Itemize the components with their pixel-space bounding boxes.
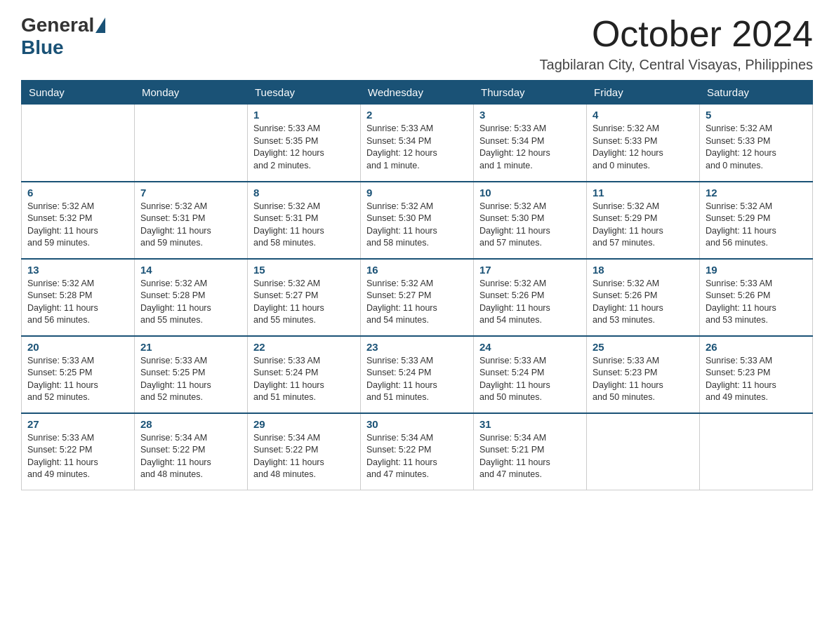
day-number: 19 xyxy=(706,264,807,276)
day-info: Sunrise: 5:32 AMSunset: 5:33 PMDaylight:… xyxy=(593,123,694,172)
calendar-cell: 13Sunrise: 5:32 AMSunset: 5:28 PMDayligh… xyxy=(22,259,135,336)
calendar-cell: 5Sunrise: 5:32 AMSunset: 5:33 PMDaylight… xyxy=(700,105,813,182)
calendar-cell: 12Sunrise: 5:32 AMSunset: 5:29 PMDayligh… xyxy=(700,182,813,259)
day-info: Sunrise: 5:32 AMSunset: 5:30 PMDaylight:… xyxy=(366,201,468,250)
day-info: Sunrise: 5:33 AMSunset: 5:34 PMDaylight:… xyxy=(366,123,468,172)
calendar-cell: 10Sunrise: 5:32 AMSunset: 5:30 PMDayligh… xyxy=(474,182,587,259)
day-info: Sunrise: 5:33 AMSunset: 5:25 PMDaylight:… xyxy=(140,355,241,404)
day-info: Sunrise: 5:33 AMSunset: 5:25 PMDaylight:… xyxy=(27,355,128,404)
day-info: Sunrise: 5:32 AMSunset: 5:27 PMDaylight:… xyxy=(253,278,355,327)
calendar-cell: 6Sunrise: 5:32 AMSunset: 5:32 PMDaylight… xyxy=(22,182,135,259)
day-info: Sunrise: 5:33 AMSunset: 5:23 PMDaylight:… xyxy=(706,355,807,404)
day-info: Sunrise: 5:34 AMSunset: 5:21 PMDaylight:… xyxy=(479,432,581,481)
day-info: Sunrise: 5:33 AMSunset: 5:35 PMDaylight:… xyxy=(253,123,355,172)
calendar-cell: 9Sunrise: 5:32 AMSunset: 5:30 PMDaylight… xyxy=(361,182,474,259)
header-wednesday: Wednesday xyxy=(361,81,474,105)
day-info: Sunrise: 5:32 AMSunset: 5:30 PMDaylight:… xyxy=(479,201,581,250)
day-info: Sunrise: 5:32 AMSunset: 5:28 PMDaylight:… xyxy=(27,278,128,327)
header: General Blue October 2024 Tagbilaran Cit… xyxy=(21,14,813,73)
day-info: Sunrise: 5:32 AMSunset: 5:29 PMDaylight:… xyxy=(706,201,807,250)
day-number: 31 xyxy=(479,418,581,430)
calendar-cell: 3Sunrise: 5:33 AMSunset: 5:34 PMDaylight… xyxy=(474,105,587,182)
day-number: 12 xyxy=(706,187,807,199)
day-number: 21 xyxy=(140,341,241,353)
calendar-cell: 27Sunrise: 5:33 AMSunset: 5:22 PMDayligh… xyxy=(22,413,135,490)
calendar-cell: 1Sunrise: 5:33 AMSunset: 5:35 PMDaylight… xyxy=(248,105,361,182)
calendar-cell: 18Sunrise: 5:32 AMSunset: 5:26 PMDayligh… xyxy=(587,259,700,336)
day-info: Sunrise: 5:32 AMSunset: 5:33 PMDaylight:… xyxy=(706,123,807,172)
day-number: 27 xyxy=(27,418,128,430)
calendar-cell: 14Sunrise: 5:32 AMSunset: 5:28 PMDayligh… xyxy=(135,259,248,336)
calendar-cell: 2Sunrise: 5:33 AMSunset: 5:34 PMDaylight… xyxy=(361,105,474,182)
day-number: 23 xyxy=(366,341,468,353)
calendar-cell: 30Sunrise: 5:34 AMSunset: 5:22 PMDayligh… xyxy=(361,413,474,490)
day-info: Sunrise: 5:32 AMSunset: 5:28 PMDaylight:… xyxy=(140,278,241,327)
calendar-cell: 21Sunrise: 5:33 AMSunset: 5:25 PMDayligh… xyxy=(135,336,248,413)
calendar-cell: 20Sunrise: 5:33 AMSunset: 5:25 PMDayligh… xyxy=(22,336,135,413)
day-number: 15 xyxy=(253,264,355,276)
calendar-cell xyxy=(587,413,700,490)
calendar-cell: 23Sunrise: 5:33 AMSunset: 5:24 PMDayligh… xyxy=(361,336,474,413)
day-info: Sunrise: 5:34 AMSunset: 5:22 PMDaylight:… xyxy=(253,432,355,481)
day-number: 18 xyxy=(593,264,694,276)
day-number: 6 xyxy=(27,187,128,199)
day-number: 3 xyxy=(479,109,581,121)
calendar-cell: 7Sunrise: 5:32 AMSunset: 5:31 PMDaylight… xyxy=(135,182,248,259)
day-info: Sunrise: 5:32 AMSunset: 5:26 PMDaylight:… xyxy=(479,278,581,327)
day-number: 4 xyxy=(593,109,694,121)
calendar-table: SundayMondayTuesdayWednesdayThursdayFrid… xyxy=(21,80,813,490)
day-info: Sunrise: 5:34 AMSunset: 5:22 PMDaylight:… xyxy=(366,432,468,481)
day-number: 30 xyxy=(366,418,468,430)
day-info: Sunrise: 5:33 AMSunset: 5:22 PMDaylight:… xyxy=(27,432,128,481)
day-number: 25 xyxy=(593,341,694,353)
week-row-2: 6Sunrise: 5:32 AMSunset: 5:32 PMDaylight… xyxy=(22,182,813,259)
calendar-cell: 31Sunrise: 5:34 AMSunset: 5:21 PMDayligh… xyxy=(474,413,587,490)
day-info: Sunrise: 5:32 AMSunset: 5:31 PMDaylight:… xyxy=(253,201,355,250)
day-info: Sunrise: 5:33 AMSunset: 5:34 PMDaylight:… xyxy=(479,123,581,172)
day-info: Sunrise: 5:33 AMSunset: 5:24 PMDaylight:… xyxy=(253,355,355,404)
header-thursday: Thursday xyxy=(474,81,587,105)
calendar-cell xyxy=(22,105,135,182)
logo-blue-text: Blue xyxy=(21,36,64,58)
week-row-4: 20Sunrise: 5:33 AMSunset: 5:25 PMDayligh… xyxy=(22,336,813,413)
week-row-5: 27Sunrise: 5:33 AMSunset: 5:22 PMDayligh… xyxy=(22,413,813,490)
calendar-cell: 29Sunrise: 5:34 AMSunset: 5:22 PMDayligh… xyxy=(248,413,361,490)
day-number: 17 xyxy=(479,264,581,276)
header-row: SundayMondayTuesdayWednesdayThursdayFrid… xyxy=(22,81,813,105)
logo: General Blue xyxy=(21,14,107,59)
day-info: Sunrise: 5:34 AMSunset: 5:22 PMDaylight:… xyxy=(140,432,241,481)
header-sunday: Sunday xyxy=(22,81,135,105)
calendar-cell: 24Sunrise: 5:33 AMSunset: 5:24 PMDayligh… xyxy=(474,336,587,413)
day-number: 7 xyxy=(140,187,241,199)
day-number: 29 xyxy=(253,418,355,430)
logo-general-text: General xyxy=(21,14,94,36)
header-tuesday: Tuesday xyxy=(248,81,361,105)
calendar-cell: 8Sunrise: 5:32 AMSunset: 5:31 PMDaylight… xyxy=(248,182,361,259)
calendar-cell: 4Sunrise: 5:32 AMSunset: 5:33 PMDaylight… xyxy=(587,105,700,182)
calendar-cell: 25Sunrise: 5:33 AMSunset: 5:23 PMDayligh… xyxy=(587,336,700,413)
day-number: 11 xyxy=(593,187,694,199)
header-friday: Friday xyxy=(587,81,700,105)
calendar-cell: 28Sunrise: 5:34 AMSunset: 5:22 PMDayligh… xyxy=(135,413,248,490)
day-number: 26 xyxy=(706,341,807,353)
day-info: Sunrise: 5:32 AMSunset: 5:29 PMDaylight:… xyxy=(593,201,694,250)
day-number: 8 xyxy=(253,187,355,199)
day-info: Sunrise: 5:32 AMSunset: 5:27 PMDaylight:… xyxy=(366,278,468,327)
day-info: Sunrise: 5:32 AMSunset: 5:26 PMDaylight:… xyxy=(593,278,694,327)
day-number: 20 xyxy=(27,341,128,353)
calendar-cell: 19Sunrise: 5:33 AMSunset: 5:26 PMDayligh… xyxy=(700,259,813,336)
day-number: 24 xyxy=(479,341,581,353)
calendar-cell: 16Sunrise: 5:32 AMSunset: 5:27 PMDayligh… xyxy=(361,259,474,336)
day-number: 14 xyxy=(140,264,241,276)
calendar-cell xyxy=(135,105,248,182)
header-monday: Monday xyxy=(135,81,248,105)
title-section: October 2024 Tagbilaran City, Central Vi… xyxy=(540,14,813,73)
calendar-cell: 17Sunrise: 5:32 AMSunset: 5:26 PMDayligh… xyxy=(474,259,587,336)
day-number: 13 xyxy=(27,264,128,276)
header-saturday: Saturday xyxy=(700,81,813,105)
calendar-cell: 15Sunrise: 5:32 AMSunset: 5:27 PMDayligh… xyxy=(248,259,361,336)
logo-triangle-icon xyxy=(95,18,105,33)
day-info: Sunrise: 5:33 AMSunset: 5:24 PMDaylight:… xyxy=(366,355,468,404)
main-title: October 2024 xyxy=(540,14,813,54)
subtitle: Tagbilaran City, Central Visayas, Philip… xyxy=(540,57,813,73)
